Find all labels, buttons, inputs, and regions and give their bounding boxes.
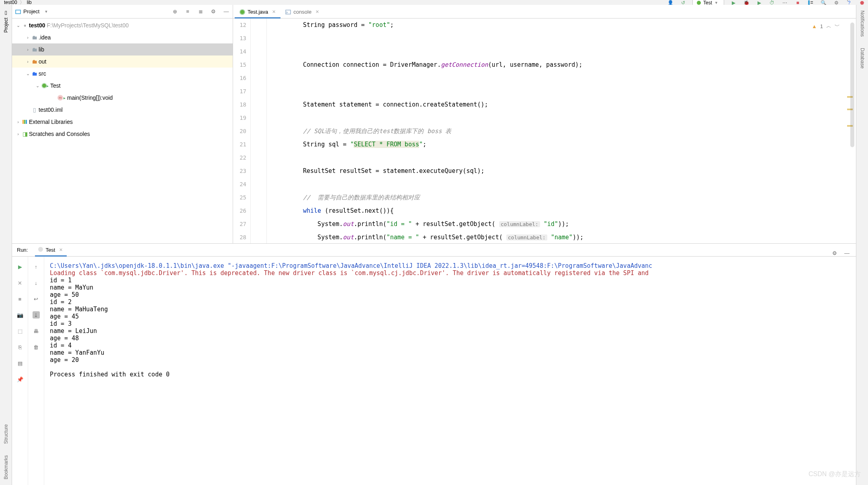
line-no: 20 bbox=[233, 125, 246, 138]
project-icon bbox=[15, 9, 21, 14]
coverage-button[interactable]: ▶ bbox=[755, 0, 763, 5]
ide-error-icon[interactable]: ⬣ bbox=[858, 0, 866, 5]
chevron-down-icon: ⌄ bbox=[25, 71, 31, 76]
vcs-update-icon[interactable] bbox=[807, 0, 814, 5]
line-no: 16 bbox=[233, 72, 246, 85]
tab-console[interactable]: console ✕ bbox=[280, 6, 324, 18]
tool-database[interactable]: Database bbox=[860, 48, 865, 68]
line-no: 27 bbox=[233, 218, 246, 231]
next-highlight-icon[interactable]: ﹀ bbox=[835, 23, 840, 30]
svg-rect-7 bbox=[286, 10, 291, 14]
breadcrumb-root[interactable]: test00 bbox=[4, 0, 17, 5]
run-toolbar-console: ↑ ↓ ↩ ⤓ 🖶 🗑 bbox=[28, 257, 44, 485]
project-title[interactable]: Project ▼ bbox=[15, 8, 48, 14]
soft-wrap-icon[interactable]: ↩ bbox=[33, 295, 40, 302]
run-settings-icon[interactable]: ⚙ bbox=[832, 250, 837, 256]
hide-icon[interactable]: — bbox=[223, 8, 229, 15]
breadcrumb-lib[interactable]: lib bbox=[27, 0, 32, 5]
out-line: id = 3 bbox=[50, 320, 72, 327]
tree-src[interactable]: ⌄ 🖿 src bbox=[12, 68, 233, 80]
search-everywhere-icon[interactable]: 🔍 bbox=[820, 0, 827, 5]
line-no: 13 bbox=[233, 32, 246, 45]
inspections-widget[interactable]: ▲ 1 ︿ ﹀ bbox=[812, 23, 840, 30]
tree-external[interactable]: › External Libraries bbox=[12, 116, 233, 128]
editor-body[interactable]: ▲ 1 ︿ ﹀ 12 13 14 15 16 17 18 19 20 21 22… bbox=[233, 18, 856, 243]
run-button[interactable]: ▶ bbox=[730, 0, 737, 5]
run-tab-test[interactable]: Test ✕ bbox=[35, 245, 67, 256]
out-line: age = 20 bbox=[50, 356, 79, 364]
attach-button[interactable]: ⋯ bbox=[781, 0, 788, 5]
down-icon[interactable]: ↓ bbox=[33, 279, 40, 286]
print-icon[interactable]: 🖶 bbox=[33, 327, 40, 335]
scroll-to-end-icon[interactable]: ⤓ bbox=[33, 311, 40, 319]
scratch-icon: ◨ bbox=[21, 131, 29, 137]
hide-run-icon[interactable]: — bbox=[844, 250, 850, 256]
line-no: 14 bbox=[233, 45, 246, 58]
close-tab-icon[interactable]: ✕ bbox=[315, 9, 319, 14]
editor-menu-icon[interactable]: ⋮ bbox=[844, 0, 851, 2]
profile-button[interactable]: ⏱ bbox=[768, 0, 776, 5]
debug-button[interactable]: 🐞 bbox=[743, 0, 750, 5]
libraries-icon bbox=[21, 119, 29, 125]
stop-icon[interactable]: ■ bbox=[16, 295, 24, 302]
close-tab-icon[interactable]: ✕ bbox=[272, 9, 276, 14]
editor-scrollbar[interactable] bbox=[850, 23, 854, 147]
project-tool-label: Project bbox=[3, 18, 9, 33]
svg-rect-2 bbox=[811, 3, 813, 4]
settings-gear-icon[interactable]: ⚙ bbox=[833, 0, 840, 5]
code-area[interactable]: String password = "root"; Connection con… bbox=[267, 18, 856, 243]
line-no: 28 bbox=[233, 231, 246, 244]
notifications-label: Notifications bbox=[860, 10, 865, 37]
select-opened-file-icon[interactable]: ⊕ bbox=[172, 8, 178, 15]
exit-icon[interactable]: ⎘ bbox=[16, 343, 24, 351]
right-tool-strip: Notifications Database bbox=[856, 5, 868, 485]
layout-icon[interactable]: ⬚ bbox=[16, 327, 24, 335]
tree-lib[interactable]: › 🖿 lib bbox=[12, 43, 233, 55]
console-output[interactable]: C:\Users\Yan\.jdks\openjdk-18.0.1.1\bin\… bbox=[44, 257, 856, 485]
tree-idea[interactable]: › 🖿 .idea bbox=[12, 31, 233, 43]
settings-icon[interactable]: ⚙ bbox=[210, 8, 217, 15]
tool-structure[interactable]: Structure bbox=[3, 424, 9, 444]
run-debug-icon[interactable]: ⤫ bbox=[16, 279, 24, 286]
tree-main-method[interactable]: m ▸ main(String[]):void bbox=[12, 92, 233, 104]
close-run-tab-icon[interactable]: ✕ bbox=[59, 247, 63, 253]
run-tool-window: Run: Test ✕ ⚙ — ▶ ⤫ ■ 📷 ⬚ ⎘ ▤ 📌 ↑ ↓ ↩ ⤓ … bbox=[12, 244, 856, 485]
rerun-icon[interactable]: ▶ bbox=[16, 263, 24, 270]
root-name: test00 bbox=[29, 22, 45, 29]
tool-bookmarks[interactable]: Bookmarks bbox=[3, 455, 9, 479]
tab-file-label: Test.java bbox=[248, 9, 268, 15]
expand-all-icon[interactable]: ≡ bbox=[184, 8, 191, 15]
tree-scratches[interactable]: › ◨ Scratches and Consoles bbox=[12, 128, 233, 140]
tool-notifications[interactable]: Notifications bbox=[860, 10, 865, 37]
tree-root[interactable]: ⌄ ▫ test00 F:\MyProjects\TestMySQL\test0… bbox=[12, 19, 233, 31]
chevron-right-icon: › bbox=[15, 132, 21, 136]
prev-highlight-icon[interactable]: ︿ bbox=[826, 23, 831, 30]
stop-button[interactable]: ■ bbox=[794, 0, 801, 5]
layout-restore-icon[interactable]: ▤ bbox=[16, 360, 24, 367]
out-line: id = 2 bbox=[50, 298, 72, 306]
console-icon bbox=[285, 9, 291, 15]
tab-test-java[interactable]: Test.java ✕ bbox=[235, 6, 280, 18]
breadcrumb-separator: 〉 bbox=[20, 0, 25, 5]
clear-icon[interactable]: 🗑 bbox=[33, 343, 40, 351]
fold-gutter[interactable] bbox=[251, 18, 267, 243]
line-no: 24 bbox=[233, 178, 246, 191]
tree-test-class[interactable]: ⌄ ▸ Test bbox=[12, 80, 233, 92]
user-icon[interactable]: 👤 bbox=[667, 0, 674, 5]
tool-project[interactable]: Project ▯ bbox=[3, 10, 9, 33]
svg-rect-1 bbox=[811, 1, 813, 2]
tree-out[interactable]: › 🖿 out bbox=[12, 55, 233, 68]
run-config-dropdown[interactable]: Test ▼ bbox=[692, 0, 724, 5]
exit-line: Process finished with exit code 0 bbox=[50, 371, 170, 378]
line-gutter[interactable]: 12 13 14 15 16 17 18 19 20 21 22 23 24 2… bbox=[233, 18, 251, 243]
tree-iml[interactable]: ▯ test00.iml bbox=[12, 104, 233, 116]
chevron-down-icon: ▼ bbox=[44, 10, 48, 14]
method-icon: m bbox=[56, 95, 64, 101]
pin-icon[interactable]: 📌 bbox=[16, 376, 24, 383]
collapse-all-icon[interactable]: ≣ bbox=[197, 8, 204, 15]
line-no: 19 bbox=[233, 111, 246, 125]
sync-icon[interactable]: ↺ bbox=[680, 0, 687, 5]
up-icon[interactable]: ↑ bbox=[33, 263, 40, 270]
line-no: 17 bbox=[233, 85, 246, 98]
dump-icon[interactable]: 📷 bbox=[16, 311, 24, 319]
